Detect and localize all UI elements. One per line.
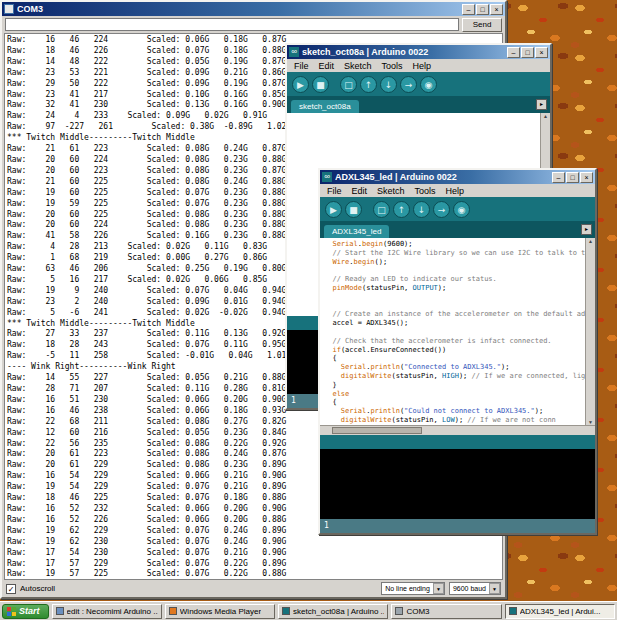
upload-button[interactable]: → [400,76,417,93]
serial-monitor-button[interactable]: ◉ [420,76,437,93]
verify-button[interactable]: ▶ [292,76,309,93]
taskbar-buttons: edit : Necomimi Arduino ...Windows Media… [52,604,615,619]
code-line: if(accel.EnsureConnected()) [324,346,585,355]
serial-line: Raw: 19 62 230 Scaled: 0.07G 0.24G 0.90G [7,537,502,548]
code-line [324,293,585,302]
app-icon [395,607,403,615]
tab-menu-button[interactable]: ▸ [581,224,592,235]
horizontal-scrollbar[interactable] [320,425,595,435]
menu-bar: FileEditSketchToolsHelp [320,184,595,197]
chevron-down-icon: ▼ [433,583,444,594]
serial-send-row: Send [2,16,505,33]
menu-edit[interactable]: Edit [314,61,340,71]
open-sketch-button[interactable]: ↑ [360,76,377,93]
code-line: { [324,398,585,407]
arduino-logo-icon: ∞ [322,172,332,182]
scrollbar-thumb[interactable] [332,427,422,434]
baud-rate-dropdown[interactable]: 9600 baud ▼ [449,582,501,595]
window-controls: – □ × [552,172,593,183]
scroll-up-icon: ▲ [541,113,550,119]
ide-toolbar: ▶■□↑↓→◉ [320,197,595,221]
tab-menu-button[interactable]: ▸ [536,99,547,110]
close-button[interactable]: × [580,172,593,183]
code-line: digitalWrite(statusPin, HIGH); // If we … [324,372,585,381]
menu-sketch[interactable]: Sketch [339,61,377,71]
scroll-up-icon: ▲ [586,238,595,244]
close-button[interactable]: × [490,4,503,15]
adxl-code-content: Serial.begin(9600); // Start the I2C Wir… [320,238,585,425]
tab-adxl345-led[interactable]: ADXL345_led [324,225,389,238]
taskbar-button-label: COM3 [406,607,429,616]
line-ending-value: No line ending [385,585,430,592]
serial-monitor-button[interactable]: ◉ [453,201,470,218]
new-sketch-button[interactable]: □ [340,76,357,93]
serial-send-input[interactable] [5,18,459,31]
sketch-titlebar[interactable]: ∞ sketch_oct08a | Arduino 0022 – □ × [287,45,550,59]
maximize-button[interactable]: □ [521,47,534,58]
open-sketch-button[interactable]: ↑ [393,201,410,218]
new-sketch-button[interactable]: □ [373,201,390,218]
stop-button[interactable]: ■ [345,201,362,218]
close-button[interactable]: × [535,47,548,58]
taskbar-button[interactable]: sketch_oct08a | Arduino ... [278,604,388,619]
taskbar-button[interactable]: Windows Media Player [165,604,275,619]
code-line [324,328,585,337]
adxl-titlebar[interactable]: ∞ ADXL345_led | Arduino 0022 – □ × [320,170,595,184]
tab-sketch-oct08a[interactable]: sketch_oct08a [291,100,359,113]
windows-logo-icon [7,607,16,616]
minimize-button[interactable]: – [462,4,475,15]
menu-help[interactable]: Help [408,61,437,71]
check-icon: ✓ [8,585,15,594]
baud-rate-value: 9600 baud [453,585,486,592]
menu-tools[interactable]: Tools [410,186,441,196]
maximize-button[interactable]: □ [476,4,489,15]
code-editor[interactable]: Serial.begin(9600); // Start the I2C Wir… [320,238,595,425]
menu-help[interactable]: Help [441,186,470,196]
verify-button[interactable]: ▶ [325,201,342,218]
taskbar-button[interactable]: ADXL345_led | Ardui... [505,604,615,619]
menu-edit[interactable]: Edit [347,186,373,196]
autoscroll-checkbox[interactable]: ✓ [6,584,16,594]
chevron-down-icon: ▼ [489,583,500,594]
start-button[interactable]: Start [2,604,49,619]
line-ending-dropdown[interactable]: No line ending ▼ [381,582,445,595]
serial-line: Raw: 19 57 225 Scaled: 0.07G 0.22G 0.88G [7,569,502,580]
menu-file[interactable]: File [289,61,314,71]
start-label: Start [19,606,40,616]
stop-button[interactable]: ■ [312,76,329,93]
code-line: pinMode(statusPin, OUTPUT); [324,284,585,293]
ide-message-strip [320,435,595,449]
vertical-scrollbar[interactable]: ▲ ▼ [585,238,595,425]
code-line: else [324,390,585,399]
app-icon [56,607,64,615]
menu-sketch[interactable]: Sketch [372,186,410,196]
serial-bottom-bar: ✓ Autoscroll No line ending ▼ 9600 baud … [2,580,505,597]
serial-line: Raw: 17 54 230 Scaled: 0.07G 0.21G 0.90G [7,548,502,559]
adxl-title: ADXL345_led | Arduino 0022 [335,172,549,182]
code-line: // Ready an LED to indicate our status. [324,275,585,284]
menu-file[interactable]: File [322,186,347,196]
window-controls: – □ × [507,47,548,58]
sketch-title: sketch_oct08a | Arduino 0022 [302,47,504,57]
code-line: Serial.begin(9600); [324,240,585,249]
taskbar-button[interactable]: edit : Necomimi Arduino ... [52,604,162,619]
code-line: Serial.println("Could not connect to ADX… [324,407,585,416]
com3-titlebar[interactable]: COM3 – □ × [2,2,505,16]
serial-window-icon [4,4,14,14]
save-sketch-button[interactable]: ↓ [413,201,430,218]
desktop: COM3 – □ × Send Raw: 16 46 224 Scaled: 0… [0,0,617,620]
send-button[interactable]: Send [462,18,502,32]
com3-title: COM3 [17,4,459,14]
menu-bar: FileEditSketchToolsHelp [287,59,550,72]
tab-bar: ADXL345_led ▸ [320,221,595,238]
upload-button[interactable]: → [433,201,450,218]
app-icon [169,607,177,615]
code-line: // Check that the accelerometer is infac… [324,337,585,346]
save-sketch-button[interactable]: ↓ [380,76,397,93]
maximize-button[interactable]: □ [566,172,579,183]
minimize-button[interactable]: – [507,47,520,58]
taskbar-button[interactable]: COM3 [391,604,501,619]
minimize-button[interactable]: – [552,172,565,183]
taskbar-button-label: ADXL345_led | Ardui... [520,607,601,616]
menu-tools[interactable]: Tools [377,61,408,71]
